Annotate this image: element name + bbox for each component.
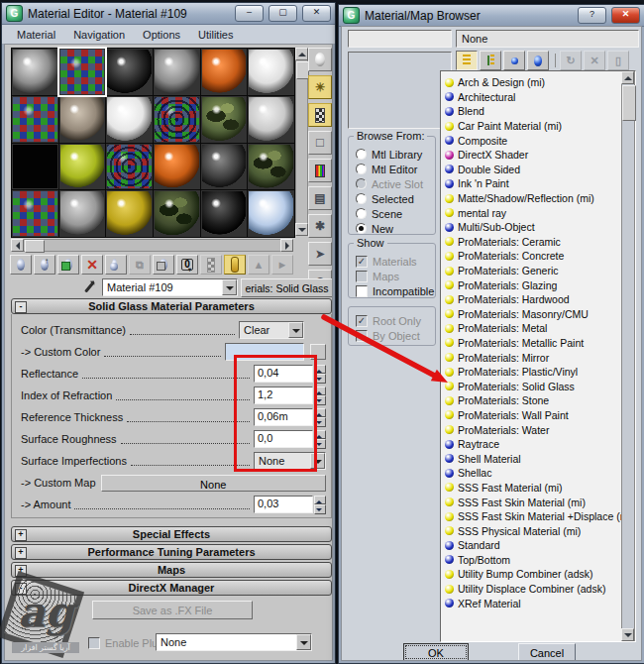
custom-color-swatch[interactable]	[225, 343, 304, 361]
material-list-item[interactable]: ProMaterials: Generic	[445, 264, 635, 278]
radio-mtl-editor-control[interactable]	[356, 164, 367, 174]
rollout-solid-glass-params[interactable]: - Solid Glass Material Parameters	[11, 298, 332, 314]
radio-selected-control[interactable]	[356, 193, 367, 204]
expand-icon[interactable]: +	[15, 565, 27, 577]
background-checker-button[interactable]	[308, 103, 332, 127]
reflectance-input[interactable]: 0,04	[254, 365, 313, 383]
material-list-item[interactable]: Blend	[445, 104, 635, 119]
material-sample-slot[interactable]	[201, 49, 248, 95]
delete-from-library-button[interactable]: ✕	[584, 51, 605, 70]
material-sample-slot[interactable]	[106, 190, 153, 237]
chevron-down-icon[interactable]	[310, 453, 325, 469]
ok-button[interactable]: OK	[403, 643, 469, 661]
material-sample-slot[interactable]	[106, 144, 153, 190]
material-list-item[interactable]: ProMaterials: Ceramic	[445, 235, 635, 250]
radio-scene[interactable]: Scene	[356, 206, 435, 221]
pick-material-eyedropper-icon[interactable]	[84, 281, 95, 293]
material-list-item[interactable]: ProMaterials: Metallic Paint	[445, 336, 635, 351]
rollout-performance-tuning[interactable]: + Performance Tuning Parameters	[11, 544, 332, 560]
save-fx-file-button[interactable]: Save as .FX File	[92, 601, 253, 619]
custom-map-button[interactable]: None	[101, 475, 327, 492]
update-scene-materials-button[interactable]: ↻	[560, 51, 582, 70]
maximize-button[interactable]: ▢	[268, 5, 297, 22]
checkbox-by-object[interactable]: By Object	[356, 328, 435, 343]
browser-titlebar[interactable]: G Material/Map Browser ? ✕	[339, 5, 644, 27]
custom-color-map-button[interactable]	[310, 344, 326, 360]
assign-material-to-selection-button[interactable]	[57, 255, 79, 275]
enable-plugin-checkbox[interactable]	[88, 637, 100, 649]
collapse-icon[interactable]: -	[15, 583, 27, 595]
name-filter-input[interactable]	[348, 30, 452, 48]
expand-icon[interactable]: +	[15, 529, 27, 541]
sample-uv-tiling-button[interactable]: □	[308, 131, 332, 155]
material-name-dropdown[interactable]: Material #109	[102, 278, 238, 296]
view-large-icons-button[interactable]	[527, 51, 549, 70]
material-list-item[interactable]: SSS Fast Material (mi)	[445, 481, 635, 496]
clear-material-library-button[interactable]: ▯	[607, 51, 629, 70]
material-sample-slot[interactable]	[12, 144, 58, 190]
radio-new-control[interactable]	[356, 223, 367, 234]
material-sample-slot[interactable]	[201, 96, 248, 143]
material-editor-titlebar[interactable]: G Material Editor - Material #109 – ▢ ✕	[2, 3, 335, 25]
radio-active-slot[interactable]: Active Slot	[356, 176, 435, 191]
make-unique-button[interactable]: ⧉	[129, 255, 151, 275]
material-list-item[interactable]: Matte/Shadow/Reflection (mi)	[445, 191, 635, 206]
material-sample-slot[interactable]	[106, 96, 153, 143]
surface-roughness-input[interactable]: 0,0	[254, 430, 313, 448]
menu-navigation[interactable]: Navigation	[64, 27, 134, 43]
chevron-down-icon[interactable]	[296, 634, 311, 650]
minimize-button[interactable]: –	[235, 5, 264, 22]
material-sample-slot[interactable]	[59, 144, 106, 190]
radio-mtl-library[interactable]: Mtl Library	[356, 147, 435, 162]
scroll-up-arrow[interactable]	[621, 71, 634, 84]
material-list-item[interactable]: SSS Fast Skin Material +Displace (mi)	[445, 509, 635, 524]
material-list-item[interactable]: SSS Physical Material (mi)	[445, 523, 635, 538]
scroll-left-arrow[interactable]	[11, 239, 24, 252]
ior-input[interactable]: 1,2	[254, 387, 313, 404]
radio-mtl-editor[interactable]: Mtl Editor	[356, 162, 435, 176]
checkbox-materials[interactable]: ✓Materials	[356, 254, 435, 269]
material-list-item[interactable]: Shell Material	[445, 451, 635, 466]
reflectance-spinner[interactable]	[314, 365, 326, 384]
plugin-material-dropdown[interactable]: None	[156, 633, 312, 651]
material-sample-slot[interactable]	[201, 144, 248, 190]
material-sample-slot[interactable]	[248, 190, 294, 237]
material-list-item[interactable]: ProMaterials: Metal	[445, 321, 635, 336]
collapse-icon[interactable]: -	[15, 301, 27, 313]
material-sample-slot[interactable]	[248, 96, 294, 143]
material-list-item[interactable]: ProMaterials: Plastic/Vinyl	[445, 365, 635, 380]
put-to-library-button[interactable]	[153, 255, 174, 275]
material-list-item[interactable]: XRef Material	[445, 596, 635, 610]
make-preview-button[interactable]: ▤	[308, 186, 332, 210]
material-list-item[interactable]: Architectural	[445, 90, 635, 105]
menu-options[interactable]: Options	[134, 27, 189, 43]
material-list-item[interactable]: Double Sided	[445, 163, 635, 177]
material-sample-slot[interactable]	[59, 190, 106, 237]
menu-utilities[interactable]: Utilities	[189, 27, 242, 43]
rollout-special-effects[interactable]: + Special Effects	[11, 526, 332, 542]
material-list-item-solid-glass[interactable]: ProMaterials: Solid Glass	[445, 379, 635, 393]
view-list-details-button[interactable]	[480, 51, 501, 70]
material-list-item[interactable]: ProMaterials: Hardwood	[445, 292, 635, 307]
chevron-down-icon[interactable]	[222, 279, 237, 295]
material-list-item[interactable]: Utility Displace Combiner (adsk)	[445, 582, 635, 597]
material-sample-slot[interactable]	[59, 96, 106, 143]
slots-vertical-scrollbar[interactable]	[295, 48, 308, 236]
show-end-result-button[interactable]	[224, 255, 246, 275]
material-sample-slot[interactable]	[12, 96, 58, 143]
radio-selected[interactable]: Selected	[356, 191, 435, 206]
material-list-item[interactable]: Top/Bottom	[445, 553, 635, 568]
material-list-item[interactable]: ProMaterials: Water	[445, 422, 635, 437]
material-list-item[interactable]: DirectX Shader	[445, 148, 635, 163]
material-list-item[interactable]: ProMaterials: Stone	[445, 393, 635, 408]
go-forward-sibling-button[interactable]: ►	[271, 255, 293, 275]
material-list-item[interactable]: ProMaterials: Mirror	[445, 350, 635, 365]
help-button[interactable]: ?	[578, 7, 606, 24]
chevron-down-icon[interactable]	[288, 322, 303, 338]
material-editor-options-button[interactable]: ✱	[308, 214, 332, 238]
material-sample-slot[interactable]	[154, 49, 200, 95]
sample-type-sphere-button[interactable]	[308, 48, 332, 71]
list-vertical-scrollbar[interactable]	[621, 71, 635, 641]
material-sample-slot[interactable]	[201, 190, 248, 237]
material-sample-slot[interactable]	[154, 190, 200, 237]
